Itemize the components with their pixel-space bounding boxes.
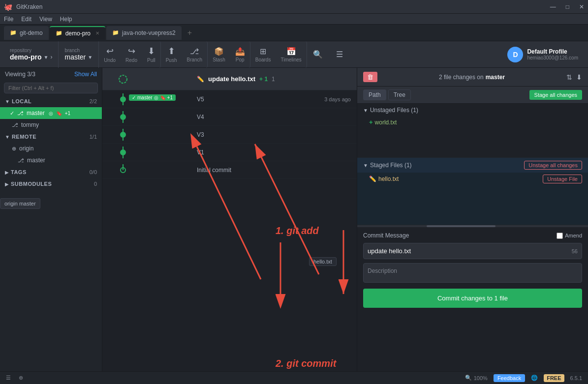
file-changes-label: 2 file changes on bbox=[439, 74, 484, 81]
unstaged-section-header[interactable]: ▼ Unstaged Files (1) bbox=[357, 104, 588, 117]
tags-section-header[interactable]: ▶ TAGS 0/0 bbox=[0, 166, 102, 178]
commit-row-v1[interactable]: V1 bbox=[102, 144, 357, 161]
stash-btn[interactable]: 📦 Stash bbox=[208, 41, 230, 68]
feedback-btn[interactable]: Feedback bbox=[494, 374, 525, 382]
staged-file-hello[interactable]: ✏️ hello.txt Unstage File bbox=[357, 173, 588, 185]
commit-graph-col bbox=[108, 72, 197, 87]
branch-icon: ⎇ bbox=[190, 47, 199, 56]
sidebar-item-origin[interactable]: ⊕ origin bbox=[0, 143, 102, 154]
repo-name-row[interactable]: demo-pro ▼ › bbox=[10, 53, 52, 61]
staged-collapse-icon: ▼ bbox=[363, 163, 368, 168]
commit-row-v5[interactable]: ✓ master ◎ 🔖 +1 V5 3 days ago bbox=[102, 90, 357, 108]
path-view-btn[interactable]: Path bbox=[363, 89, 386, 100]
commit-row-initial[interactable]: Initial commit bbox=[102, 161, 357, 179]
remote-branch-icon: ⎇ bbox=[18, 157, 24, 164]
pull-label: Pull bbox=[147, 58, 155, 63]
commit-initial-msg: Initial commit bbox=[197, 167, 231, 174]
menu-view[interactable]: View bbox=[39, 16, 52, 23]
tab-label-2: demo-pro bbox=[65, 30, 91, 37]
svg-point-2 bbox=[121, 97, 125, 102]
menu-btn[interactable]: ☰ bbox=[331, 46, 348, 63]
sort-icon[interactable]: ⇅ bbox=[566, 73, 572, 81]
repo-name: demo-pro bbox=[10, 53, 42, 61]
tree-view-btn[interactable]: Tree bbox=[388, 89, 411, 100]
maximize-btn[interactable]: □ bbox=[566, 3, 569, 10]
sidebar-item-origin-master[interactable]: ⎇ master bbox=[0, 154, 102, 166]
staged-section-header[interactable]: ▼ Staged Files (1) Unstage all changes bbox=[357, 158, 588, 173]
right-panel-header: 🗑 2 file changes on master ⇅ ⬇ bbox=[357, 68, 588, 87]
branch-info: branch master ▼ bbox=[59, 41, 99, 68]
profile-name: Default Profile bbox=[527, 48, 578, 55]
status-list-icon[interactable]: ☰ bbox=[6, 375, 11, 381]
commit-msg-selected: update hello.txt bbox=[208, 75, 255, 83]
repo-info: repository demo-pro ▼ › bbox=[4, 41, 59, 68]
origin-label: origin bbox=[19, 145, 33, 152]
menu-edit[interactable]: Edit bbox=[21, 16, 31, 23]
status-git-icon[interactable]: ⊕ bbox=[19, 375, 23, 381]
remote-label: REMOTE bbox=[12, 134, 36, 140]
remote-section-header[interactable]: ▼ REMOTE 1/1 bbox=[0, 131, 102, 143]
push-btn[interactable]: ⬆ Push bbox=[161, 41, 182, 68]
local-section-header[interactable]: ▼ LOCAL 2/2 bbox=[0, 95, 102, 107]
desc-input-wrapper[interactable]: Description bbox=[363, 263, 582, 283]
unstaged-file-world[interactable]: + world.txt bbox=[357, 117, 588, 128]
pull-btn[interactable]: ⬇ Pull bbox=[142, 41, 161, 68]
menu-help[interactable]: Help bbox=[60, 16, 72, 23]
search-btn[interactable]: 🔍 bbox=[309, 46, 327, 63]
svg-point-8 bbox=[121, 150, 125, 155]
branch-name-row[interactable]: master ▼ bbox=[64, 53, 93, 61]
timelines-btn[interactable]: 📅 Timelines bbox=[276, 41, 307, 68]
svg-point-0 bbox=[119, 75, 127, 83]
commit-btn[interactable]: Commit changes to 1 file bbox=[363, 289, 582, 308]
menu-file[interactable]: File bbox=[4, 16, 13, 23]
graph-col-v5: ✓ master ◎ 🔖 +1 bbox=[108, 93, 197, 105]
graph-col-v3 bbox=[108, 129, 197, 141]
branch-bookmark-icon: 🔖 bbox=[56, 111, 62, 116]
commit-row-v3[interactable]: V3 bbox=[102, 126, 357, 144]
master-label: master bbox=[27, 110, 45, 117]
undo-btn[interactable]: ↩ Undo bbox=[99, 41, 121, 68]
show-all-btn[interactable]: Show All bbox=[74, 71, 97, 78]
commit-msg-text[interactable]: update hello.txt bbox=[368, 247, 411, 255]
submodules-section-header[interactable]: ▶ SUBMODULES 0 bbox=[0, 178, 102, 190]
boards-btn[interactable]: ⊞ Boards bbox=[250, 41, 276, 68]
viewing-label: Viewing 3/3 bbox=[5, 71, 35, 78]
view-toggle: Path Tree bbox=[363, 89, 411, 100]
tab-close-icon[interactable]: ✕ bbox=[95, 30, 99, 36]
folder-icon-2: 📁 bbox=[56, 30, 62, 36]
stage-all-btn[interactable]: Stage all changes bbox=[529, 90, 582, 100]
filter-input[interactable] bbox=[4, 83, 98, 93]
tab-java-note[interactable]: 📁 java-note-vuepress2 bbox=[106, 26, 182, 40]
unstage-all-btn[interactable]: Unstage all changes bbox=[524, 161, 582, 170]
repo-arrow-icon: › bbox=[50, 54, 52, 60]
svg-point-4 bbox=[121, 115, 125, 119]
unstage-file-btn[interactable]: Unstage File bbox=[543, 175, 582, 183]
repo-label: repository bbox=[10, 48, 52, 53]
plus1-badge: +1 bbox=[167, 95, 173, 100]
profile-area[interactable]: D Default Profile hemiao3000@126.com bbox=[501, 47, 584, 62]
pop-btn[interactable]: 📤 Pop bbox=[230, 41, 250, 68]
close-btn[interactable]: ✕ bbox=[579, 3, 584, 10]
commit-row-selected[interactable]: ✏️ update hello.txt + 1 1 bbox=[102, 68, 357, 90]
discard-all-btn[interactable]: 🗑 bbox=[363, 72, 377, 82]
commit-graph-area: ✏️ update hello.txt + 1 1 ✓ master ◎ 🔖 bbox=[102, 68, 357, 371]
download-icon[interactable]: ⬇ bbox=[576, 73, 582, 81]
amend-checkbox[interactable] bbox=[557, 233, 563, 239]
zoom-icon: 🔍 bbox=[465, 375, 472, 381]
branch-btn[interactable]: ⎇ Branch bbox=[182, 41, 208, 68]
undo-icon: ↩ bbox=[106, 46, 114, 57]
network-icon: 🌐 bbox=[531, 375, 538, 381]
sidebar-item-master[interactable]: ✓ ⎇ master ◎ 🔖 +1 bbox=[0, 107, 102, 119]
repo-chevron-icon: ▼ bbox=[44, 55, 49, 60]
redo-btn[interactable]: ↪ Redo bbox=[121, 41, 142, 68]
tab-demo-pro[interactable]: 📁 demo-pro ✕ bbox=[50, 26, 105, 40]
sidebar-item-tommy[interactable]: ⎇ tommy bbox=[0, 119, 102, 131]
amend-check[interactable]: Amend bbox=[557, 233, 582, 239]
add-icon: + bbox=[369, 118, 373, 126]
local-section: ▼ LOCAL 2/2 ✓ ⎇ master ◎ 🔖 +1 ⎇ tommy bbox=[0, 95, 102, 131]
redo-icon: ↪ bbox=[128, 46, 135, 57]
tab-add-btn[interactable]: + bbox=[183, 27, 197, 39]
minimize-btn[interactable]: — bbox=[550, 3, 556, 10]
commit-row-v4[interactable]: V4 bbox=[102, 108, 357, 126]
tab-git-demo[interactable]: 📁 git-demo bbox=[4, 26, 49, 40]
